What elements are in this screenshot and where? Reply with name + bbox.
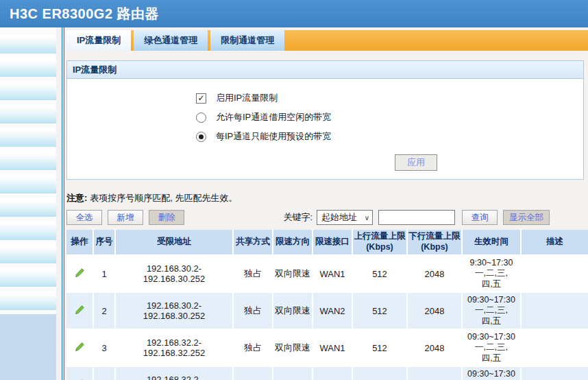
sidebar-item[interactable]	[0, 34, 56, 54]
option-row: 启用IP流量限制	[196, 88, 583, 108]
option-row: 每IP通道只能使用预设的带宽	[196, 127, 583, 146]
cell-address: 192.168.32.2-192.168.32.252	[116, 367, 234, 380]
keyword-selected-value: 起始地址	[321, 211, 357, 224]
main-content: IP流量限制 绿色通道管理 限制通道管理 IP流量限制 启用IP流量限制 允许每…	[64, 27, 588, 380]
tab-bar: IP流量限制 绿色通道管理 限制通道管理	[66, 30, 588, 51]
cell-interface: WAN2	[313, 293, 353, 330]
cell-interface: WAN2	[313, 367, 353, 380]
sidebar-item[interactable]	[0, 58, 56, 77]
cell-seq: 2	[94, 293, 116, 330]
cell-description	[522, 367, 588, 380]
tab-limit-channel[interactable]: 限制通道管理	[210, 30, 284, 51]
col-header-interface: 限速接口	[313, 230, 353, 256]
table-row: 1 192.168.30.2-192.168.30.252 独占 双向限速 WA…	[66, 256, 588, 293]
cell-up-limit: 512	[353, 293, 408, 330]
limit-rules-table: 操作 序号 受限地址 共享方式 限速方向 限速接口 上行流量上限 (Kbps) …	[66, 230, 588, 380]
add-button[interactable]: 新增	[108, 210, 143, 225]
sidebar-item[interactable]	[0, 244, 56, 263]
tab-green-channel[interactable]: 绿色通道管理	[134, 30, 208, 51]
option-label: 启用IP流量限制	[216, 92, 278, 104]
sidebar-item[interactable]	[0, 221, 56, 240]
cell-effective-time: 9:30~17:30一,二,三,四,五	[463, 256, 522, 293]
cell-up-limit: 512	[353, 330, 408, 367]
cell-interface: WAN1	[313, 256, 353, 293]
cell-share: 独占	[234, 256, 273, 293]
show-all-button[interactable]: 显示全部	[503, 210, 550, 225]
select-all-button[interactable]: 全选	[66, 210, 102, 225]
cell-seq: 4	[94, 367, 116, 380]
borrow-idle-bandwidth-radio[interactable]	[196, 112, 206, 123]
col-header-direction: 限速方向	[273, 230, 313, 256]
preset-bandwidth-only-radio[interactable]	[196, 132, 206, 142]
cell-down-limit: 2048	[408, 256, 463, 293]
sidebar-footer	[0, 314, 56, 380]
sidebar-gap	[56, 27, 62, 380]
sidebar-item[interactable]	[0, 268, 56, 287]
table-toolbar: 全选 新增 删除 关键字: 起始地址 ∨ 查询 显示全部	[66, 210, 588, 225]
sidebar-item[interactable]	[0, 151, 56, 170]
cell-direction: 双向限速	[273, 330, 313, 367]
edit-icon[interactable]	[74, 342, 85, 353]
cell-up-limit: 512	[353, 256, 408, 293]
sidebar-item[interactable]	[0, 291, 56, 310]
cell-share: 独占	[234, 367, 273, 380]
cell-address: 192.168.30.2-192.168.30.252	[116, 293, 234, 330]
chevron-down-icon: ∨	[365, 214, 369, 222]
cell-seq: 3	[94, 330, 116, 367]
apply-row: 应用	[196, 154, 583, 171]
delete-button[interactable]: 删除	[149, 210, 184, 225]
tab-ip-traffic-limit[interactable]: IP流量限制	[66, 30, 131, 51]
cell-up-limit: 512	[353, 367, 408, 380]
keyword-input[interactable]	[378, 210, 455, 225]
cell-direction: 双向限速	[273, 256, 313, 293]
panel-body: 启用IP流量限制 允许每IP通道借用空闲的带宽 每IP通道只能使用预设的带宽 应…	[67, 79, 583, 179]
table-row: 3 192.168.32.2-192.168.32.252 独占 双向限速 WA…	[66, 330, 588, 367]
cell-down-limit: 2048	[408, 367, 463, 380]
cell-share: 独占	[234, 293, 273, 330]
sidebar-item[interactable]	[0, 104, 56, 123]
col-header-address: 受限地址	[116, 230, 234, 256]
keyword-select[interactable]: 起始地址 ∨	[317, 210, 373, 225]
cell-effective-time: 09:30~17:30一,二,三,四,五	[463, 293, 522, 330]
router-admin-window: H3C ER8300G2 路由器 IP流量限制 绿色通道管理 限制通道管理	[0, 0, 588, 380]
table-header-row: 操作 序号 受限地址 共享方式 限速方向 限速接口 上行流量上限 (Kbps) …	[66, 230, 588, 256]
apply-button[interactable]: 应用	[395, 154, 437, 171]
note-prefix: 注意:	[66, 193, 87, 203]
cell-address: 192.168.30.2-192.168.30.252	[116, 256, 234, 293]
sidebar-item[interactable]	[0, 174, 56, 193]
cell-interface: WAN1	[313, 330, 353, 367]
col-header-action: 操作	[66, 230, 94, 256]
table-row: 4 192.168.32.2-192.168.32.252 独占 双向限速 WA…	[66, 367, 588, 380]
col-header-effective-time: 生效时间	[463, 230, 522, 256]
cell-effective-time: 09:30~17:30一,二,三,四,五	[463, 330, 522, 367]
panel-title: IP流量限制	[67, 61, 583, 79]
col-header-share: 共享方式	[234, 230, 273, 256]
sidebar-item[interactable]	[0, 81, 56, 100]
col-header-seq: 序号	[94, 230, 116, 256]
cell-down-limit: 2048	[408, 330, 463, 367]
cell-share: 独占	[234, 330, 273, 367]
sidebar-item[interactable]	[0, 198, 56, 217]
edit-icon[interactable]	[74, 268, 85, 278]
cell-description	[522, 293, 588, 330]
keyword-label: 关键字:	[283, 211, 313, 224]
enable-ip-limit-checkbox[interactable]	[196, 93, 206, 104]
cell-down-limit: 2048	[408, 293, 463, 330]
option-label: 允许每IP通道借用空闲的带宽	[216, 111, 331, 123]
sidebar-item[interactable]	[0, 128, 56, 147]
col-header-up-limit: 上行流量上限 (Kbps)	[353, 230, 408, 256]
cell-effective-time: 09:30~17:30一,二,三,四,五	[463, 367, 522, 380]
col-header-description: 描述	[522, 230, 588, 256]
cell-address: 192.168.32.2-192.168.32.252	[116, 330, 234, 367]
app-title: H3C ER8300G2 路由器	[10, 5, 159, 23]
col-header-down-limit: 下行流量上限 (Kbps)	[408, 230, 463, 256]
search-button[interactable]: 查询	[462, 210, 498, 225]
cell-direction: 双向限速	[273, 367, 313, 380]
ip-limit-panel: IP流量限制 启用IP流量限制 允许每IP通道借用空闲的带宽 每IP通道只能使用…	[66, 60, 584, 180]
cell-direction: 双向限速	[273, 293, 313, 330]
cell-seq: 1	[94, 256, 116, 293]
edit-icon[interactable]	[74, 305, 85, 316]
option-row: 允许每IP通道借用空闲的带宽	[196, 108, 583, 127]
cell-description	[522, 256, 588, 293]
app-header: H3C ER8300G2 路由器	[0, 0, 588, 27]
